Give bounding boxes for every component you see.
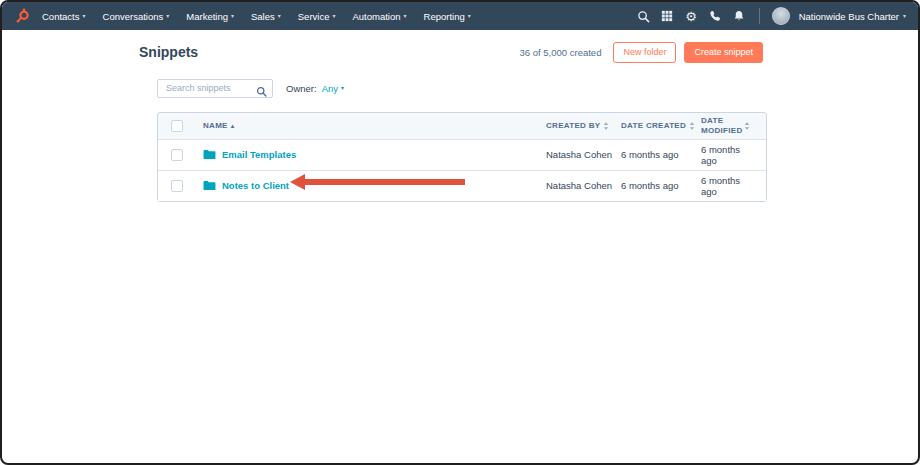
nav-item-service[interactable]: Service▾ (298, 11, 336, 22)
create-snippet-button[interactable]: Create snippet (684, 42, 763, 63)
avatar[interactable] (772, 7, 790, 25)
chevron-down-icon: ▾ (468, 13, 471, 19)
nav-item-label: Reporting (424, 11, 465, 22)
table-row: Email Templates Natasha Cohen 6 months a… (158, 139, 766, 170)
search-icon[interactable] (636, 9, 651, 24)
row-checkbox[interactable] (171, 180, 183, 192)
header-actions: 36 of 5,000 created New folder Create sn… (520, 42, 763, 63)
sort-ascending-icon: ▴ (231, 122, 235, 129)
sort-icon (744, 122, 750, 130)
date-created-value: 6 months ago (621, 180, 679, 191)
date-created-cell: 6 months ago (621, 149, 701, 160)
sort-icon (689, 122, 695, 130)
table-row: Notes to Client Natasha Cohen 6 months a… (158, 170, 766, 201)
nav-item-automation[interactable]: Automation▾ (352, 11, 406, 22)
nav-item-label: Sales (251, 11, 275, 22)
chevron-down-icon: ▾ (278, 13, 281, 19)
chevron-down-icon: ▾ (341, 85, 344, 91)
page-title: Snippets (139, 44, 198, 60)
marketplace-icon[interactable] (660, 9, 675, 24)
created-by-cell: Natasha Cohen (546, 180, 621, 191)
column-header-date-created[interactable]: Date created (621, 121, 701, 131)
date-created-cell: 6 months ago (621, 180, 701, 191)
name-cell: Email Templates (203, 149, 546, 160)
calling-icon[interactable] (708, 9, 723, 24)
new-folder-button[interactable]: New folder (613, 42, 676, 63)
nav-item-label: Conversations (103, 11, 164, 22)
sort-icon (603, 122, 609, 130)
nav-item-label: Contacts (42, 11, 80, 22)
owner-filter-value: Any (322, 83, 338, 94)
nav-item-conversations[interactable]: Conversations▾ (103, 11, 170, 22)
hubspot-logo[interactable] (14, 8, 30, 24)
owner-filter-label: Owner: (286, 83, 317, 94)
date-created-value: 6 months ago (621, 149, 679, 160)
nav-item-sales[interactable]: Sales▾ (251, 11, 281, 22)
nav-item-label: Service (298, 11, 330, 22)
nav-divider (759, 8, 760, 24)
usage-count: 36 of 5,000 created (520, 47, 602, 58)
folder-icon (203, 149, 216, 160)
name-cell: Notes to Client (203, 180, 546, 191)
account-menu[interactable]: Nationwide Bus Charter▾ (799, 11, 906, 22)
settings-icon[interactable]: ⚙ (684, 9, 699, 24)
date-modified-cell: 6 months ago (701, 144, 766, 166)
chevron-down-icon: ▾ (332, 13, 335, 19)
row-checkbox-cell (158, 149, 203, 161)
created-by-cell: Natasha Cohen (546, 149, 621, 160)
search-wrap (157, 79, 273, 98)
chevron-down-icon: ▾ (903, 13, 906, 19)
snippets-table: Name ▴ Created by Date created Date modi… (157, 112, 767, 202)
date-modified-cell: 6 months ago (701, 175, 766, 197)
top-navigation: Contacts▾ Conversations▾ Marketing▾ Sale… (2, 2, 918, 30)
column-header-date-modified[interactable]: Date modified (701, 116, 766, 135)
date-modified-value: 6 months ago (701, 175, 758, 197)
account-name: Nationwide Bus Charter (799, 11, 899, 22)
header-checkbox-cell (158, 120, 203, 132)
created-by-value: Natasha Cohen (546, 149, 612, 160)
chevron-down-icon: ▾ (231, 13, 234, 19)
folder-link[interactable]: Notes to Client (222, 180, 289, 191)
chevron-down-icon: ▾ (83, 13, 86, 19)
column-header-name[interactable]: Name ▴ (203, 121, 546, 131)
row-checkbox[interactable] (171, 149, 183, 161)
owner-filter-dropdown[interactable]: Any▾ (322, 83, 344, 94)
row-checkbox-cell (158, 180, 203, 192)
nav-menu: Contacts▾ Conversations▾ Marketing▾ Sale… (42, 11, 471, 22)
nav-item-contacts[interactable]: Contacts▾ (42, 11, 86, 22)
column-header-label: Date created (621, 121, 686, 131)
chevron-down-icon: ▾ (166, 13, 169, 19)
nav-item-label: Marketing (186, 11, 228, 22)
column-header-created-by[interactable]: Created by (546, 121, 621, 131)
column-header-label: Name (203, 121, 228, 131)
notifications-icon[interactable] (732, 9, 747, 24)
column-header-label: Date modified (701, 116, 741, 135)
folder-icon (203, 180, 216, 191)
select-all-checkbox[interactable] (171, 120, 183, 132)
column-header-label: Created by (546, 121, 600, 131)
chevron-down-icon: ▾ (404, 13, 407, 19)
app-window: Contacts▾ Conversations▾ Marketing▾ Sale… (0, 0, 920, 465)
hubspot-sprocket-icon (14, 8, 30, 24)
filters-toolbar: Owner: Any▾ (157, 79, 918, 98)
owner-filter: Owner: Any▾ (286, 83, 344, 94)
nav-item-marketing[interactable]: Marketing▾ (186, 11, 234, 22)
date-modified-value: 6 months ago (701, 144, 758, 166)
nav-item-reporting[interactable]: Reporting▾ (424, 11, 471, 22)
search-icon (256, 83, 267, 94)
page-header: Snippets 36 of 5,000 created New folder … (139, 42, 763, 63)
folder-link[interactable]: Email Templates (222, 149, 296, 160)
table-header-row: Name ▴ Created by Date created Date modi… (158, 113, 766, 139)
nav-utilities: ⚙ Nationwide Bus Charter▾ (636, 7, 906, 25)
created-by-value: Natasha Cohen (546, 180, 612, 191)
nav-item-label: Automation (352, 11, 400, 22)
